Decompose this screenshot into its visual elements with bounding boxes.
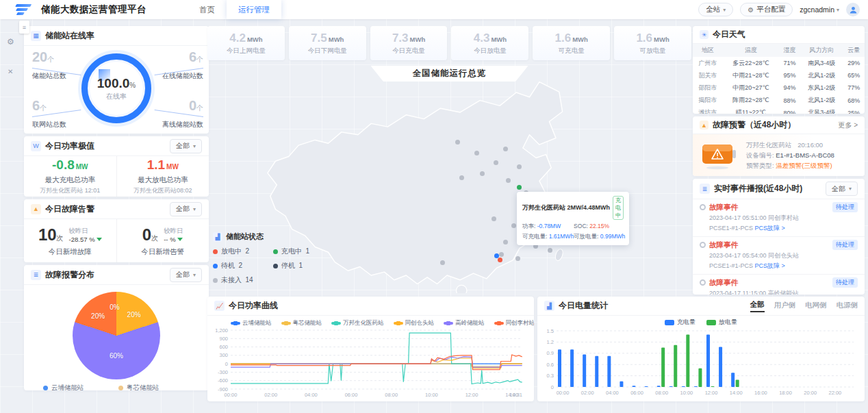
gauge-value: 100.0: [97, 76, 130, 90]
energy-tab-用户侧[interactable]: 用户侧: [774, 301, 796, 312]
panel-title: 今日电量统计: [559, 300, 608, 312]
filter-label: 全部: [832, 184, 845, 194]
weather-cell: 北风1-2级: [800, 69, 843, 82]
pie-slice-label: 60%: [110, 352, 123, 360]
china-map-region: 全国储能运行总览 ▟ 储能站状态 放电中 2充电中 1待机 2停机 1未接入 1…: [207, 63, 691, 295]
event-item: 故障事件待处理2023-04-17 11:15:00 高岭储能站PCSE1-#2…: [693, 275, 865, 295]
nav-tab-运行管理[interactable]: 运行管理: [227, 0, 281, 19]
energy-tab-全部[interactable]: 全部: [750, 300, 765, 312]
svg-text:0.6: 0.6: [547, 362, 554, 368]
weather-cell: 94%: [779, 82, 800, 94]
energy-tab-电源侧[interactable]: 电源侧: [837, 301, 858, 312]
more-link[interactable]: 更多 >: [838, 121, 858, 130]
weather-col-header: 云量: [843, 44, 865, 57]
warning-station: 万邦生化医药站: [746, 141, 792, 149]
energy-tab-电网侧[interactable]: 电网侧: [805, 301, 827, 312]
station-dot-gray[interactable]: [480, 171, 485, 176]
gear-icon[interactable]: ⚙: [7, 37, 14, 47]
power-curve-chart: 1,2009006003000-300-600-90000:0002:0004:…: [207, 327, 529, 399]
power-icon: W: [31, 141, 41, 151]
tooltip-row: 功率: -0.78MW: [522, 223, 574, 231]
kpi-card: 1.6MWh可充电量: [533, 26, 610, 60]
kpi-cards-row: 4.2MWh今日上网电量7.5MWh今日下网电量7.3MWh今日充电量4.3MW…: [207, 26, 691, 60]
svg-text:0.9: 0.9: [547, 350, 554, 356]
map-title-banner: 全国储能运行总览: [371, 66, 528, 82]
panel-title: 今日功率曲线: [229, 300, 278, 312]
pie-slice-label: 0%: [110, 303, 119, 310]
app-title: 储能大数据运营管理平台: [41, 3, 146, 16]
avatar[interactable]: [846, 3, 860, 16]
pending-badge: 待处理: [832, 202, 858, 212]
station-dot-gray[interactable]: [515, 256, 520, 261]
station-status-legend: ▟ 储能站状态 放电中 2充电中 1待机 2停机 1未接入 14: [213, 231, 333, 285]
grid-icon: ▦: [31, 31, 41, 41]
nav-tab-首页[interactable]: 首页: [188, 0, 227, 19]
event-icon: [700, 279, 706, 286]
curve-legend-item[interactable]: 同创仓头站: [394, 319, 435, 327]
station-dot-gray[interactable]: [503, 240, 508, 245]
weather-row: 揭阳市阵雨22~28℃88%北风1-2级68%: [693, 95, 865, 107]
legend-title: 储能站状态: [226, 231, 264, 242]
curve-legend-item[interactable]: 高岭储能站: [444, 319, 485, 327]
weather-cell: 68%: [843, 95, 865, 107]
station-dot-red[interactable]: [498, 258, 502, 262]
platform-config-button[interactable]: ⚙ 平台配置: [740, 3, 793, 16]
close-icon[interactable]: ✕: [8, 68, 13, 75]
events-panel: ≣ 实时事件播报(近48小时) 全部 ▾ 故障事件待处理2023-04-17 0…: [693, 179, 865, 295]
weather-row: 韶关市中雨21~28℃95%北风1-2级65%: [693, 69, 865, 82]
station-dot-gray[interactable]: [517, 164, 522, 169]
filter-dropdown[interactable]: 全部 ▾: [170, 202, 202, 216]
svg-text:10:00: 10:00: [680, 390, 693, 396]
svg-text:00:00: 00:00: [557, 390, 570, 396]
station-icon: ▟: [213, 232, 222, 242]
tooltip-row: 可放电量: 0.99MWh: [574, 233, 625, 241]
station-dot-gray[interactable]: [474, 151, 479, 155]
panel-collapse-toggle[interactable]: ≡: [19, 21, 29, 34]
station-dot-gray[interactable]: [459, 175, 464, 180]
filter-dropdown[interactable]: 全部 ▾: [826, 182, 858, 196]
svg-text:300: 300: [219, 352, 228, 358]
station-dot-gray[interactable]: [494, 160, 498, 165]
weather-cell: 中雨21~28℃: [723, 69, 779, 82]
weather-cell: 29%: [843, 57, 865, 69]
arrow-link[interactable]: >: [782, 262, 785, 269]
curve-legend-item[interactable]: 粤芯储能站: [281, 319, 322, 327]
bar-chart-icon: ▟: [544, 301, 554, 311]
fault-link[interactable]: PCS故障: [755, 262, 780, 269]
filter-dropdown[interactable]: 全部 ▾: [170, 139, 202, 153]
fault-link[interactable]: PCS故障: [755, 225, 780, 231]
station-dot-gray[interactable]: [440, 260, 445, 265]
station-dot-gray[interactable]: [506, 178, 511, 183]
app-logo-icon: [11, 4, 32, 15]
curve-legend-item[interactable]: 万邦生化医药站: [331, 319, 384, 327]
curve-legend-item[interactable]: 云埔储能站: [231, 319, 272, 327]
panel-title: 今日功率极值: [45, 140, 94, 152]
sun-icon: ☀: [700, 30, 709, 39]
station-dot-gray[interactable]: [503, 147, 508, 151]
event-icon: [700, 242, 706, 248]
panel-title: 储能站在线率: [45, 30, 94, 42]
station-dot-gray[interactable]: [492, 216, 496, 221]
station-dot-gray[interactable]: [499, 252, 504, 257]
broadcast-icon: ≣: [700, 184, 710, 194]
pie-legend-item[interactable]: 粤芯储能站: [118, 384, 194, 390]
station-dot-gray[interactable]: [511, 223, 516, 228]
station-dot-gray[interactable]: [548, 248, 552, 253]
device-id: E1-#1-BMS-A-BC08: [776, 151, 834, 159]
filter-dropdown[interactable]: 全部 ▾: [170, 268, 202, 282]
pie-legend-item[interactable]: 云埔储能站: [43, 384, 118, 390]
bar-legend-item[interactable]: 放电量: [706, 318, 737, 327]
pie-slice-label: 20%: [127, 311, 141, 318]
svg-text:900: 900: [219, 336, 228, 342]
curve-legend-item[interactable]: 同创李村站: [494, 319, 535, 327]
chevron-down-icon: ▾: [193, 143, 196, 149]
kpi-card: 1.6MWh可放电量: [614, 26, 691, 60]
user-menu[interactable]: zgcnadmin ▾: [800, 5, 839, 14]
station-dot-gray[interactable]: [455, 140, 460, 145]
arrow-link[interactable]: >: [782, 225, 785, 231]
bar-legend-item[interactable]: 充电量: [665, 318, 695, 327]
svg-text:1,200: 1,200: [215, 327, 228, 334]
svg-text:18:00: 18:00: [779, 390, 792, 396]
site-dropdown[interactable]: 全站 ▾: [698, 3, 733, 16]
station-dot-green[interactable]: [517, 185, 522, 190]
